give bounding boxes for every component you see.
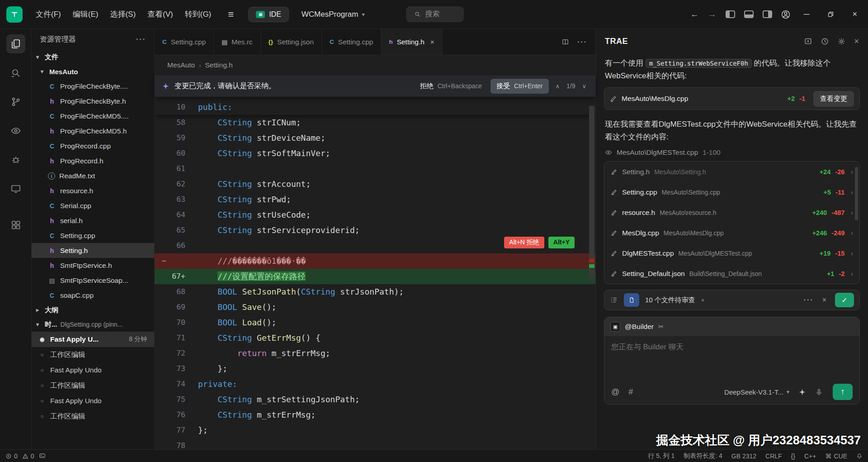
root-folder-header[interactable]: ▾ MesAuto <box>32 64 154 79</box>
chat-input[interactable]: 您正在与 Builder 聊天 <box>604 336 859 380</box>
remote-terminal-icon[interactable] <box>6 179 25 198</box>
editor-tab[interactable]: ▤ Mes.rc × <box>214 29 260 55</box>
file-tree-item[interactable]: h Setting.h <box>32 243 154 258</box>
chevron-right-icon[interactable]: › <box>851 250 853 257</box>
code-line[interactable]: 76 CString m_strErrMsg; <box>155 407 595 423</box>
language-mode[interactable]: C++ <box>804 452 816 460</box>
account-icon[interactable] <box>781 10 790 19</box>
open-diff-file-icon[interactable] <box>624 293 639 307</box>
chevron-right-icon[interactable]: › <box>851 229 853 237</box>
new-chat-icon[interactable] <box>804 37 812 46</box>
send-button[interactable]: ↑ <box>833 384 853 400</box>
code-line[interactable]: 67+ ///设置配置的保存路径 <box>155 269 595 284</box>
previous-change-icon[interactable]: ∧ <box>554 83 562 90</box>
file-tree-item[interactable]: i ReadMe.txt <box>32 168 154 183</box>
code-line[interactable]: 71 CString GetErrMsg() { <box>155 330 595 346</box>
timeline-item[interactable]: ○ Fast Apply Undo <box>32 362 154 378</box>
forward-button[interactable]: → <box>708 10 717 19</box>
file-tree-item[interactable]: h resource.h <box>32 183 154 198</box>
chevron-right-icon[interactable]: › <box>851 189 853 196</box>
close-panel-icon[interactable]: × <box>854 37 859 46</box>
timeline-item[interactable]: ○ 工作区编辑 <box>32 378 154 393</box>
menu-item[interactable]: 查看(V) <box>142 6 179 23</box>
scrollbar-thumb[interactable] <box>589 106 594 279</box>
menu-item[interactable]: 编辑(E) <box>67 6 104 23</box>
menu-item[interactable]: 文件(F) <box>30 6 67 23</box>
menu-item[interactable]: 转到(G) <box>179 6 217 23</box>
ide-mode-button[interactable]: ▣ IDE <box>248 7 289 22</box>
file-tree-item[interactable]: h ProgRecord.h <box>32 153 154 168</box>
accept-all-button[interactable]: ✓ <box>835 293 854 307</box>
tab-close-icon[interactable]: × <box>430 38 434 46</box>
accept-hotkey-badge[interactable]: Alt+Y <box>548 237 575 248</box>
reject-changes-button[interactable]: 拒绝 Ctrl+Backspace <box>416 79 486 93</box>
code-line[interactable]: 63 CString strPwd; <box>155 192 595 207</box>
debug-icon[interactable] <box>6 150 25 169</box>
split-editor-icon[interactable] <box>561 38 569 46</box>
eol-sequence[interactable]: CRLF <box>765 452 782 460</box>
files-section-header[interactable]: ▾ 文件 <box>32 50 154 64</box>
toggle-right-panel-icon[interactable] <box>763 10 772 18</box>
editor-tab[interactable]: C Setting.cpp × <box>155 29 214 55</box>
microphone-icon[interactable] <box>815 388 823 396</box>
more-menus-icon[interactable]: ≡ <box>224 8 237 21</box>
timeline-item[interactable]: ◉ Fast Apply U... 8 分钟 <box>32 332 154 347</box>
file-tree-item[interactable]: h serial.h <box>32 213 154 228</box>
code-line[interactable]: 73 }; <box>155 361 595 376</box>
editor-tab[interactable]: h Setting.h × <box>381 29 442 55</box>
editor-scrollbar[interactable] <box>589 100 594 449</box>
source-control-icon[interactable] <box>6 92 25 111</box>
breadcrumb-file[interactable]: Setting.h <box>205 61 233 69</box>
cursor-position[interactable]: 行 5, 列 1 <box>648 452 675 460</box>
changed-file-row[interactable]: Setting.h MesAuto\Setting.h +24 -26 › <box>604 162 859 182</box>
timeline-item[interactable]: ○ 工作区编辑 <box>32 347 154 362</box>
settings-gear-icon[interactable] <box>837 37 846 46</box>
code-line[interactable]: 68 BOOL SetJsonPath(CString strJsonPath)… <box>155 284 595 300</box>
toggle-left-panel-icon[interactable] <box>726 10 735 18</box>
errors-status[interactable]: 0 <box>5 452 18 460</box>
reject-hotkey-badge[interactable]: Alt+N 拒绝 <box>504 237 544 248</box>
watch-icon[interactable] <box>6 121 25 140</box>
code-line[interactable]: 58 CString strICNum; <box>155 115 595 130</box>
app-logo[interactable] <box>6 6 23 23</box>
builder-chip[interactable]: @Builder <box>625 323 654 331</box>
tab-size[interactable]: 制表符长度: 4 <box>684 452 722 460</box>
file-tree-item[interactable]: C ProgFileCheckByte.... <box>32 79 154 94</box>
code-editor[interactable]: 10 public: 58 CString strICNum; 59 CStri… <box>155 100 595 449</box>
file-tree-item[interactable]: h SmtFtpService.h <box>32 258 154 273</box>
next-change-icon[interactable]: ∨ <box>580 83 588 90</box>
editor-tab[interactable]: {} Setting.json × <box>261 29 322 55</box>
changed-file-row[interactable]: resource.h MesAuto\resource.h +240 -487 … <box>604 202 859 223</box>
code-line[interactable]: 61 <box>155 161 595 176</box>
review-more-icon[interactable]: ··· <box>804 296 814 304</box>
reject-all-icon[interactable]: × <box>820 296 829 304</box>
sticky-scope-line[interactable]: 10 public: <box>155 100 595 115</box>
file-tree-item[interactable]: h ProgFileCheckByte.h <box>32 94 154 109</box>
search-files-icon[interactable] <box>6 63 25 82</box>
file-tree-item[interactable]: ▤ SmtFtpServiceSoap... <box>32 273 154 288</box>
cue-feature[interactable]: ⌘CUE <box>825 452 847 460</box>
timeline-section-header[interactable]: ▾ 时... DlgSetting.cpp (pinn... <box>32 317 154 332</box>
sparkle-icon[interactable] <box>798 388 806 396</box>
terminal-status-icon[interactable] <box>39 452 46 459</box>
code-line[interactable]: 69 BOOL Save(); <box>155 300 595 315</box>
editor-tab[interactable]: C Setting.cpp × <box>322 29 381 55</box>
file-tree-item[interactable]: C ProgRecord.cpp <box>32 138 154 153</box>
code-line[interactable]: 75 CString m_strSettingJsonPath; <box>155 392 595 407</box>
code-line[interactable]: − ///�������õ1���·�� <box>155 253 595 269</box>
code-line[interactable]: 77 }; <box>155 423 595 438</box>
change-summary-card[interactable]: MesAuto\MesDlg.cpp +2 -1 查看变更 <box>604 87 860 110</box>
menu-item[interactable]: 选择(S) <box>104 6 142 23</box>
viewing-file-row[interactable]: MesAuto\DlgMESTest.cpp 1-100 <box>605 148 859 157</box>
scissors-icon[interactable]: ✂ <box>658 323 664 331</box>
chevron-right-icon[interactable]: › <box>851 270 853 277</box>
code-line[interactable]: 72 return m_strErrMsg; <box>155 346 595 361</box>
file-tree-item[interactable]: C Setting.cpp <box>32 228 154 243</box>
checklist-icon[interactable] <box>610 296 618 304</box>
breadcrumb-folder[interactable]: MesAuto <box>167 61 195 69</box>
sidebar-more-icon[interactable]: ··· <box>136 35 146 43</box>
restore-button[interactable] <box>823 9 839 19</box>
changed-file-row[interactable]: MesDlg.cpp MesAuto\MesDlg.cpp +246 -249 … <box>604 223 859 243</box>
file-tree-item[interactable]: h ProgFileCheckMD5.h <box>32 124 154 138</box>
accept-changes-button[interactable]: 接受 Ctrl+Enter <box>491 79 548 94</box>
